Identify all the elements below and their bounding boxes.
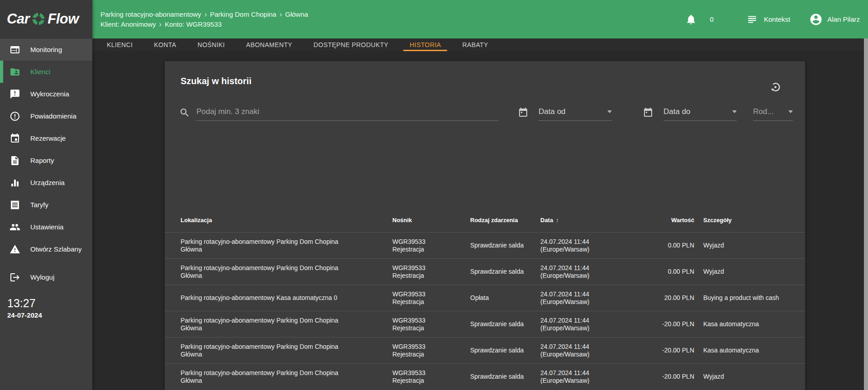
cell-event-type: Sprawdzanie salda <box>470 373 540 380</box>
chevron-right-icon: › <box>159 20 162 28</box>
calendar-icon[interactable] <box>643 107 653 118</box>
user-avatar-icon[interactable] <box>809 13 823 26</box>
table-row[interactable]: Parking rotacyjno-abonamentowy Parking D… <box>165 258 805 285</box>
sidebar-item-ustawienia[interactable]: Ustawienia <box>0 216 92 238</box>
top-header: Parking rotacyjno-abonamentowy›Parking D… <box>92 0 868 38</box>
column-header-szczegoly[interactable]: Szczegóły <box>694 216 787 224</box>
open-barriers-icon <box>10 244 20 255</box>
chevron-right-icon: › <box>280 10 282 18</box>
breadcrumb-line-2: Klient: Anonimowy›Konto: WGR39533 <box>100 19 308 29</box>
sidebar-item-label: Urządzenia <box>30 179 65 186</box>
sidebar-item-urzadzenia[interactable]: Urządzenia <box>0 171 92 194</box>
breadcrumb-facility[interactable]: Parking Dom Chopina <box>210 10 277 18</box>
context-menu-icon[interactable] <box>746 14 758 25</box>
event-type-select[interactable]: Rod... <box>753 103 793 121</box>
cell-location: Parking rotacyjno-abonamentowy Kasa auto… <box>165 294 392 302</box>
search-input[interactable] <box>196 103 499 121</box>
clock-date: 24-07-2024 <box>7 311 42 319</box>
sidebar-item-otworz-szlabany[interactable]: Otwórz Szlabany <box>0 238 92 260</box>
date-to-label: Data do <box>663 107 691 116</box>
sidebar-item-wykroczenia[interactable]: Wykroczenia <box>0 83 92 105</box>
table-header-row: Lokalizacja Nośnik Rodzaj zdarzenia Data… <box>165 208 805 232</box>
table-row[interactable]: Parking rotacyjno-abonamentowy Parking D… <box>165 363 805 390</box>
table-row[interactable]: Parking rotacyjno-abonamentowy Parking D… <box>165 337 805 363</box>
cell-details: Kasa automatyczna <box>694 320 787 328</box>
date-to-select[interactable]: Data do <box>663 103 737 121</box>
notification-count: 0 <box>710 15 714 23</box>
column-header-data[interactable]: Data↑ <box>540 216 644 224</box>
table-row[interactable]: Parking rotacyjno-abonamentowy Parking D… <box>165 232 805 258</box>
panel-title: Szukaj w historii <box>181 76 252 86</box>
sidebar-item-rezerwacje[interactable]: Rezerwacje <box>0 127 92 149</box>
main-content: Szukaj w historii Data od Data do <box>92 51 868 390</box>
table-row[interactable]: Parking rotacyjno-abonamentowy Kasa auto… <box>165 285 805 311</box>
cell-value: -20.00 PLN <box>644 373 694 380</box>
chevron-right-icon: › <box>205 10 207 18</box>
sidebar-item-powiadomienia[interactable]: Powiadomienia <box>0 105 92 127</box>
filters-row: Data od Data do Rod... <box>165 103 805 123</box>
breadcrumb-parking[interactable]: Parking rotacyjno-abonamentowy <box>100 10 201 18</box>
cell-value: -20.00 PLN <box>644 347 694 354</box>
tab-abonamenty[interactable]: ABONAMENTY <box>240 38 299 51</box>
breadcrumb-line-1: Parking rotacyjno-abonamentowy›Parking D… <box>100 10 308 19</box>
tab-konta[interactable]: KONTA <box>148 38 182 51</box>
cell-date: 24.07.2024 11:44(Europe/Warsaw) <box>540 317 644 332</box>
sidebar-item-raporty[interactable]: Raporty <box>0 149 92 171</box>
breadcrumb-account[interactable]: Konto: WGR39533 <box>165 20 222 28</box>
calendar-icon[interactable] <box>518 107 529 118</box>
reports-icon <box>10 155 20 166</box>
breadcrumb-gate[interactable]: Główna <box>285 10 308 18</box>
sidebar-item-klienci[interactable]: Klienci <box>0 61 92 83</box>
cell-date: 24.07.2024 11:44(Europe/Warsaw) <box>540 343 644 358</box>
column-header-wartosc[interactable]: Wartość <box>644 216 694 224</box>
cell-details: Wyjazd <box>694 268 787 276</box>
date-from-select[interactable]: Data od <box>539 103 612 121</box>
tab-dostepne-produkty[interactable]: DOSTĘPNE PRODUKTY <box>307 38 395 51</box>
column-header-rodzaj[interactable]: Rodzaj zdarzenia <box>470 216 540 224</box>
tab-klienci[interactable]: KLIENCI <box>100 38 139 51</box>
cell-carrier: WGR39533Rejestracja <box>392 290 470 306</box>
app-logo: Car Flow <box>0 0 92 38</box>
cell-location: Parking rotacyjno-abonamentowy Parking D… <box>165 317 392 332</box>
sidebar-item-label: Ustawienia <box>30 223 63 231</box>
cell-details: Buying a product with cash <box>694 294 787 302</box>
table-row[interactable]: Parking rotacyjno-abonamentowy Parking D… <box>165 311 805 337</box>
logout-button[interactable]: Wyloguj <box>0 266 92 288</box>
tab-rabaty[interactable]: RABATY <box>456 38 494 51</box>
history-restore-icon[interactable] <box>769 81 782 93</box>
cell-value: 0.00 PLN <box>644 268 694 276</box>
cell-value: 20.00 PLN <box>644 294 694 302</box>
cell-carrier: WGR39533Rejestracja <box>392 317 470 332</box>
sidebar-item-label: Klienci <box>30 68 50 76</box>
history-search-panel: Szukaj w historii Data od Data do <box>165 61 805 390</box>
vertical-scrollbar[interactable] <box>864 38 868 390</box>
column-header-lokalizacja[interactable]: Lokalizacja <box>165 216 392 224</box>
breadcrumb-client[interactable]: Klient: Anonimowy <box>100 20 156 28</box>
tab-historia[interactable]: HISTORIA <box>403 38 447 51</box>
sidebar-item-label: Powiadomienia <box>30 112 76 120</box>
cell-value: 0.00 PLN <box>644 242 694 249</box>
sidebar-clock: 13:27 24-07-2024 <box>7 297 42 319</box>
dropdown-arrow-icon <box>732 110 737 113</box>
logout-icon <box>10 272 20 283</box>
cell-event-type: Sprawdzanie salda <box>470 347 540 354</box>
column-header-nosnik[interactable]: Nośnik <box>392 216 470 224</box>
user-name[interactable]: Alan Pilarz <box>827 15 860 23</box>
dropdown-arrow-icon <box>788 110 793 113</box>
sidebar-item-taryfy[interactable]: Taryfy <box>0 194 92 216</box>
cell-event-type: Sprawdzanie salda <box>470 320 540 328</box>
context-button[interactable]: Kontekst <box>764 15 790 23</box>
dropdown-arrow-icon <box>607 110 612 113</box>
sidebar-item-monitoring[interactable]: Monitoring <box>0 38 92 61</box>
cell-event-type: Sprawdzanie salda <box>470 268 540 276</box>
carflow-logo-icon <box>31 11 46 27</box>
cell-event-type: Sprawdzanie salda <box>470 242 540 249</box>
sort-asc-icon: ↑ <box>556 217 559 224</box>
tab-nosniki[interactable]: NOŚNIKI <box>191 38 231 51</box>
notifications-bell-icon[interactable] <box>685 14 697 25</box>
sidebar: Car Flow Monitoring Klienci Wykroczenia <box>0 0 92 390</box>
cell-date: 24.07.2024 11:44(Europe/Warsaw) <box>540 290 644 306</box>
cell-carrier: WGR39533Rejestracja <box>392 238 470 253</box>
sidebar-item-label: Taryfy <box>30 201 48 209</box>
cell-location: Parking rotacyjno-abonamentowy Parking D… <box>165 264 392 280</box>
